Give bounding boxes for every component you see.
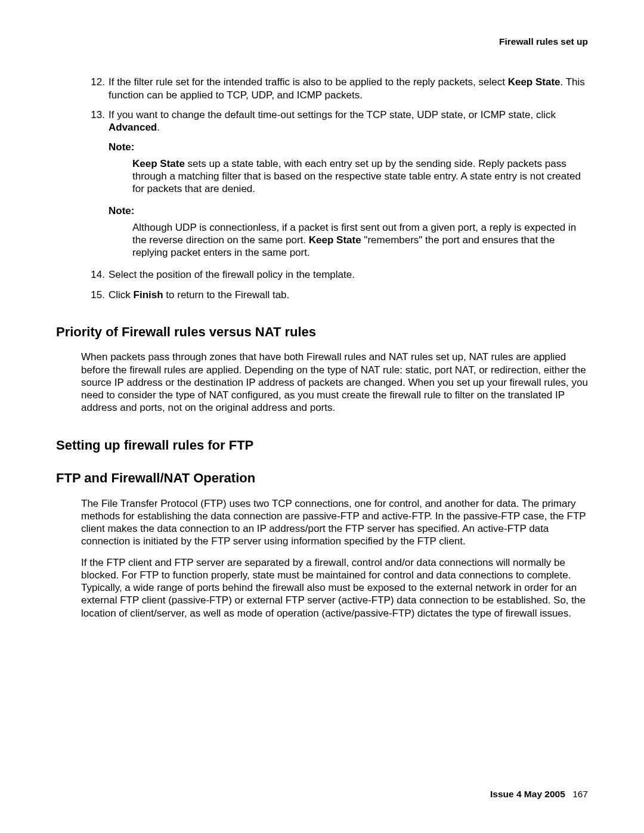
- step-body: Click Finish to return to the Firewall t…: [109, 289, 588, 301]
- page-footer: Issue 4 May 2005 167: [490, 788, 588, 800]
- finish-term: Finish: [134, 289, 163, 301]
- advanced-term: Advanced: [109, 122, 157, 133]
- text: to return to the Firewall tab.: [163, 289, 290, 301]
- ftp-operation-p1: The File Transfer Protocol (FTP) uses tw…: [81, 497, 588, 548]
- page-header: Firewall rules set up: [56, 36, 588, 47]
- issue-date: Issue 4 May 2005: [490, 789, 565, 799]
- step-12: 12. If the filter rule set for the inten…: [56, 76, 588, 101]
- ftp-operation-heading: FTP and Firewall/NAT Operation: [56, 470, 588, 487]
- step-number: 12.: [87, 76, 105, 101]
- step-body: If the filter rule set for the intended …: [109, 76, 588, 101]
- text: Select the position of the firewall poli…: [109, 269, 355, 280]
- text: If the filter rule set for the intended …: [109, 76, 508, 88]
- ftp-operation-p2: If the FTP client and FTP server are sep…: [81, 556, 588, 620]
- text: sets up a state table, with each entry s…: [132, 158, 581, 195]
- step-13: 13. If you want to change the default ti…: [56, 109, 588, 134]
- note-label-2: Note:: [109, 205, 588, 217]
- text: Click: [109, 289, 134, 301]
- page-number: 167: [572, 789, 588, 799]
- step-14: 14. Select the position of the firewall …: [56, 268, 588, 281]
- step-15: 15. Click Finish to return to the Firewa…: [56, 289, 588, 301]
- keep-state-term: Keep State: [508, 76, 561, 88]
- keep-state-term: Keep State: [309, 234, 361, 246]
- ftp-setup-heading: Setting up firewall rules for FTP: [56, 437, 588, 454]
- note-label-1: Note:: [109, 141, 588, 153]
- note-body-2: Although UDP is connectionless, if a pac…: [132, 221, 588, 259]
- page-content: Firewall rules set up 12. If the filter …: [0, 0, 644, 620]
- step-number: 13.: [87, 109, 105, 134]
- priority-heading: Priority of Firewall rules versus NAT ru…: [56, 324, 588, 340]
- note-body-1: Keep State sets up a state table, with e…: [132, 157, 588, 196]
- text: If you want to change the default time-o…: [109, 109, 556, 120]
- step-body: Select the position of the firewall poli…: [109, 268, 588, 281]
- priority-body: When packets pass through zones that hav…: [81, 351, 588, 414]
- keep-state-term: Keep State: [132, 158, 185, 169]
- header-title: Firewall rules set up: [499, 36, 588, 47]
- step-number: 14.: [87, 268, 105, 281]
- text: .: [157, 122, 160, 133]
- step-number: 15.: [87, 289, 105, 301]
- step-body: If you want to change the default time-o…: [109, 109, 588, 134]
